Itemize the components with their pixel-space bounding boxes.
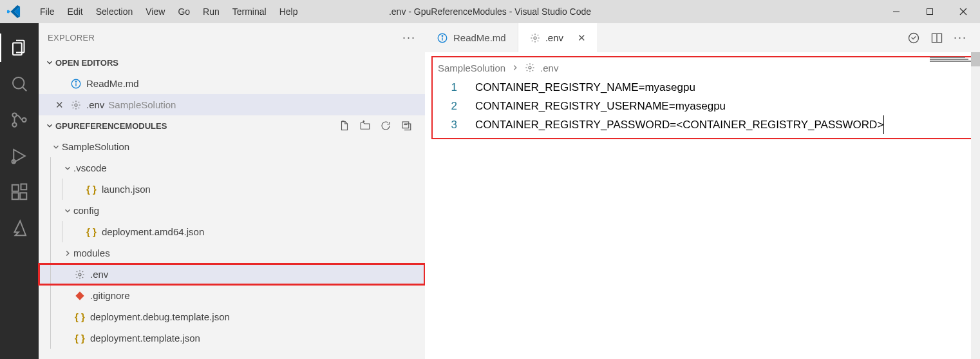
close-icon[interactable]: ✕ xyxy=(578,32,586,44)
tree-label: .gitignore xyxy=(90,290,130,301)
minimize-button[interactable] xyxy=(880,0,913,23)
editor-highlight-box: SampleSolution .env 1CONTAINER_REGISTRY_… xyxy=(431,56,974,139)
activity-bar xyxy=(0,23,39,359)
json-icon: { } xyxy=(73,311,86,322)
maximize-button[interactable] xyxy=(913,0,947,23)
tree-file[interactable]: { }deployment.debug.template.json xyxy=(39,306,425,327)
editor-tab[interactable]: ReadMe.md xyxy=(425,23,518,52)
explorer-header: EXPLORER ··· xyxy=(39,23,425,52)
tab-label: ReadMe.md xyxy=(453,32,506,43)
svg-rect-10 xyxy=(12,185,19,191)
code-editor[interactable]: 1CONTAINER_REGISTRY_NAME=myasegpu2CONTAI… xyxy=(438,77,967,134)
open-editor-name: .env xyxy=(86,99,104,110)
activity-explorer[interactable] xyxy=(0,30,39,66)
svg-point-17 xyxy=(75,104,77,106)
menu-selection[interactable]: Selection xyxy=(90,0,140,23)
close-button[interactable] xyxy=(947,0,980,23)
window-title: .env - GpuReferenceModules - Visual Stud… xyxy=(389,6,591,17)
editor-tab[interactable]: .env✕ xyxy=(518,23,598,52)
code-text: CONTAINER_REGISTRY_USERNAME=myasegpu xyxy=(475,97,726,115)
chevron-down-icon xyxy=(62,164,73,173)
tree-label: launch.json xyxy=(102,184,151,195)
svg-point-27 xyxy=(529,66,531,69)
split-editor-icon[interactable] xyxy=(930,32,943,44)
editor-tabs: ReadMe.md.env✕ ··· xyxy=(425,23,980,52)
activity-extensions[interactable] xyxy=(0,174,39,210)
code-line[interactable]: 2CONTAINER_REGISTRY_USERNAME=myasegpu xyxy=(438,97,967,115)
line-number: 1 xyxy=(438,78,475,97)
breadcrumb-folder[interactable]: SampleSolution xyxy=(438,63,505,73)
breadcrumb[interactable]: SampleSolution .env xyxy=(438,59,967,77)
json-icon: { } xyxy=(73,333,86,344)
activity-azure[interactable] xyxy=(0,210,39,246)
open-editor-name: ReadMe.md xyxy=(86,78,139,89)
chevron-down-icon xyxy=(44,121,55,130)
menu-go[interactable]: Go xyxy=(171,0,196,23)
chevron-right-icon xyxy=(62,249,73,258)
menu-file[interactable]: File xyxy=(33,0,61,23)
gear-icon xyxy=(530,33,540,43)
menu-terminal[interactable]: Terminal xyxy=(226,0,273,23)
collapse-all-icon[interactable] xyxy=(400,120,412,131)
tree-folder[interactable]: modules xyxy=(39,242,425,264)
chevron-down-icon xyxy=(44,58,55,67)
activity-run-debug[interactable] xyxy=(0,138,39,174)
tree-file[interactable]: .env xyxy=(39,264,425,285)
menu-run[interactable]: Run xyxy=(196,0,226,23)
code-text: CONTAINER_REGISTRY_NAME=myasegpu xyxy=(475,78,695,97)
menu-bar: FileEditSelectionViewGoRunTerminalHelp xyxy=(33,0,304,23)
tree-file[interactable]: { }deployment.amd64.json xyxy=(39,221,425,242)
menu-view[interactable]: View xyxy=(139,0,171,23)
svg-rect-1 xyxy=(927,9,933,15)
window-controls xyxy=(880,0,980,23)
workspace-label: GPUREFERENCEMODULES xyxy=(55,121,167,131)
svg-point-23 xyxy=(534,37,536,39)
open-editor-item[interactable]: ✕.envSampleSolution xyxy=(39,94,425,115)
svg-point-6 xyxy=(12,113,16,117)
editor-more-icon[interactable]: ··· xyxy=(954,31,967,44)
code-text: CONTAINER_REGISTRY_PASSWORD=<CONTAINER_R… xyxy=(475,115,884,134)
close-icon[interactable]: ✕ xyxy=(55,99,70,111)
open-editors-section[interactable]: OPEN EDITORS xyxy=(39,52,425,73)
tree-file[interactable]: .gitignore xyxy=(39,285,425,306)
svg-rect-11 xyxy=(12,193,19,199)
explorer-more-icon[interactable]: ··· xyxy=(402,31,416,44)
refresh-icon[interactable] xyxy=(380,120,391,131)
tree-label: .vscode xyxy=(73,162,107,173)
menu-help[interactable]: Help xyxy=(273,0,305,23)
open-editor-item[interactable]: ReadMe.md xyxy=(39,73,425,94)
new-folder-icon[interactable] xyxy=(359,120,371,131)
tree-label: modules xyxy=(73,247,110,258)
chevron-right-icon xyxy=(511,63,520,72)
svg-point-19 xyxy=(79,273,81,276)
new-file-icon[interactable] xyxy=(339,120,350,131)
tree-label: deployment.amd64.json xyxy=(102,226,204,237)
line-number: 2 xyxy=(438,97,475,115)
tree-folder[interactable]: .vscode xyxy=(39,157,425,179)
minimap[interactable] xyxy=(930,57,971,108)
svg-rect-12 xyxy=(20,193,26,199)
json-icon: { } xyxy=(85,226,98,237)
tree-label: config xyxy=(73,205,99,216)
tree-folder[interactable]: SampleSolution xyxy=(39,136,425,157)
info-icon xyxy=(70,78,82,90)
line-number: 3 xyxy=(438,115,475,134)
editor-scrollbar[interactable] xyxy=(971,52,980,359)
tree-folder[interactable]: config xyxy=(39,200,425,221)
workspace-section[interactable]: GPUREFERENCEMODULES xyxy=(39,115,425,136)
activity-source-control[interactable] xyxy=(0,102,39,138)
tree-file[interactable]: { }deployment.template.json xyxy=(39,327,425,349)
breadcrumb-file[interactable]: .env xyxy=(540,63,558,73)
tab-label: .env xyxy=(545,32,563,43)
code-line[interactable]: 3CONTAINER_REGISTRY_PASSWORD=<CONTAINER_… xyxy=(438,115,967,134)
chevron-down-icon xyxy=(50,142,62,151)
activity-search[interactable] xyxy=(0,66,39,102)
code-line[interactable]: 1CONTAINER_REGISTRY_NAME=myasegpu xyxy=(438,78,967,97)
menu-edit[interactable]: Edit xyxy=(61,0,90,23)
gear-icon xyxy=(70,100,82,110)
tree-label: deployment.template.json xyxy=(90,333,200,344)
tree-file[interactable]: { }launch.json xyxy=(39,179,425,200)
svg-line-5 xyxy=(23,87,26,91)
open-editors-label: OPEN EDITORS xyxy=(55,58,118,68)
run-icon[interactable] xyxy=(907,32,920,44)
